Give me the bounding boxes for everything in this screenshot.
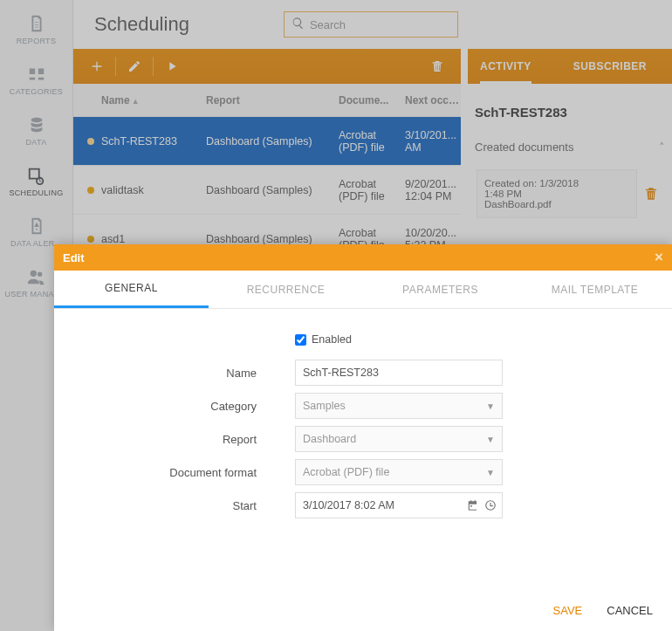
calendar-icon[interactable] [465, 497, 481, 513]
start-label: Start [79, 499, 295, 512]
enabled-label: Enabled [312, 333, 352, 346]
tab-general[interactable]: GENERAL [54, 271, 209, 308]
save-button[interactable]: SAVE [553, 604, 583, 617]
edit-modal: Edit × GENERAL RECURRENCE PARAMETERS MAI… [54, 244, 672, 631]
start-input[interactable] [303, 499, 463, 511]
modal-body: Enabled Name Category Samples ▼ Report D… [54, 309, 672, 589]
chevron-down-icon: ▼ [486, 401, 495, 411]
enabled-checkbox[interactable] [295, 334, 306, 346]
modal-title: Edit [63, 251, 85, 264]
modal-footer: SAVE CANCEL [54, 589, 672, 631]
category-label: Category [79, 400, 295, 413]
report-label: Report [79, 433, 295, 446]
close-icon[interactable]: × [655, 249, 663, 266]
name-input[interactable] [295, 360, 503, 386]
tab-mail-template[interactable]: MAIL TEMPLATE [518, 271, 672, 308]
start-datetime[interactable] [295, 492, 503, 518]
tab-parameters[interactable]: PARAMETERS [363, 271, 518, 308]
name-label: Name [79, 367, 295, 380]
docformat-select[interactable]: Acrobat (PDF) file ▼ [295, 459, 503, 485]
chevron-down-icon: ▼ [486, 468, 495, 477]
report-select[interactable]: Dashboard ▼ [295, 426, 503, 452]
modal-tabs: GENERAL RECURRENCE PARAMETERS MAIL TEMPL… [54, 271, 672, 309]
docformat-label: Document format [79, 466, 295, 479]
chevron-down-icon: ▼ [486, 435, 495, 444]
cancel-button[interactable]: CANCEL [607, 604, 653, 617]
modal-titlebar: Edit × [54, 244, 672, 271]
category-select[interactable]: Samples ▼ [295, 393, 503, 419]
clock-icon[interactable] [483, 497, 498, 513]
tab-recurrence[interactable]: RECURRENCE [209, 271, 363, 308]
